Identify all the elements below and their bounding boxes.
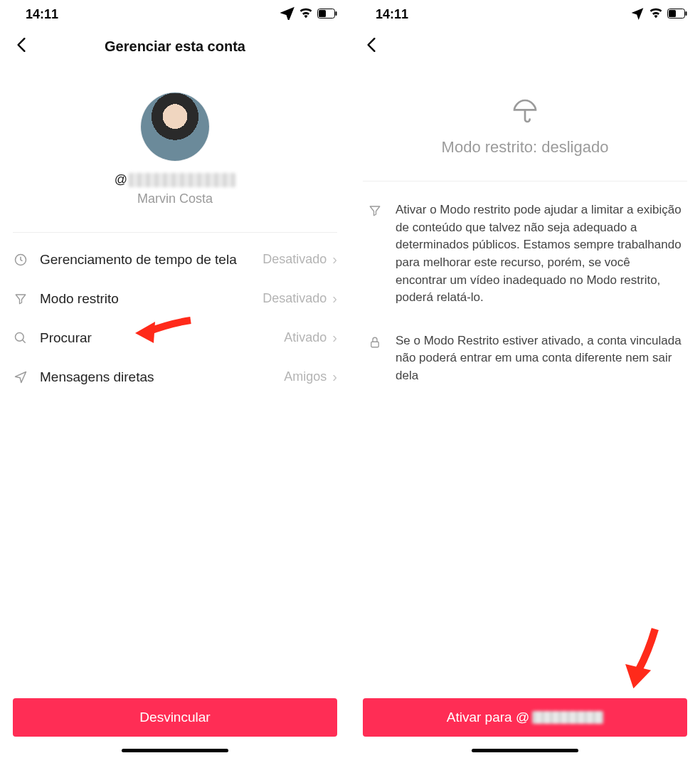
row-value: Desativado <box>262 252 327 267</box>
handle-prefix: @ <box>115 172 127 187</box>
row-restricted-mode[interactable]: Modo restrito Desativado › <box>0 279 350 318</box>
row-search[interactable]: Procurar Ativado › <box>0 318 350 357</box>
row-label: Gerenciamento de tempo de tela <box>40 252 262 268</box>
home-indicator[interactable] <box>472 749 578 752</box>
umbrella-icon <box>511 97 539 138</box>
display-name: Marvin Costa <box>137 191 213 206</box>
home-indicator[interactable] <box>122 749 228 752</box>
nav-bar: Gerenciar esta conta <box>0 28 350 64</box>
row-label: Procurar <box>40 330 284 346</box>
filter-icon <box>367 204 383 307</box>
battery-icon <box>317 7 337 22</box>
svg-line-5 <box>23 339 26 342</box>
info-text: Se o Modo Restrito estiver ativado, a co… <box>396 332 683 385</box>
status-bar: 14:11 <box>350 0 700 28</box>
activate-button[interactable]: Ativar para @ <box>363 698 687 737</box>
status-time: 14:11 <box>26 7 58 22</box>
info-row-lock: Se o Modo Restrito estiver ativado, a co… <box>350 320 700 398</box>
redacted-handle <box>129 173 235 187</box>
row-value: Desativado <box>262 291 327 306</box>
hero-section: Modo restrito: desligado <box>350 64 700 174</box>
filter-icon <box>13 291 28 307</box>
button-label: Ativar para @ <box>447 710 529 725</box>
svg-rect-2 <box>336 11 337 16</box>
button-label: Desvincular <box>139 710 210 725</box>
page-title: Gerenciar esta conta <box>0 38 350 55</box>
chevron-right-icon: › <box>332 290 337 307</box>
airplane-icon <box>630 6 645 23</box>
row-direct-messages[interactable]: Mensagens diretas Amigos › <box>0 357 350 396</box>
redacted-handle <box>532 711 603 724</box>
screen-restricted-mode: 14:11 Modo restrito: desligado Ativar <box>350 0 700 758</box>
search-icon <box>13 330 28 346</box>
send-icon <box>13 369 28 385</box>
status-bar: 14:11 <box>0 0 350 28</box>
battery-icon <box>667 7 687 22</box>
chevron-right-icon: › <box>332 330 337 346</box>
wifi-icon <box>299 7 313 22</box>
svg-rect-10 <box>371 342 379 347</box>
row-value: Amigos <box>284 369 327 384</box>
divider <box>13 232 337 233</box>
nav-bar <box>350 28 700 64</box>
svg-rect-8 <box>669 10 676 17</box>
wifi-icon <box>649 7 663 22</box>
chevron-right-icon: › <box>332 369 337 385</box>
lock-icon <box>367 335 383 385</box>
status-icons <box>280 6 337 23</box>
status-icons <box>630 6 687 23</box>
airplane-icon <box>280 6 295 23</box>
svg-rect-1 <box>319 10 326 17</box>
info-row-description: Ativar o Modo restrito pode ajudar a lim… <box>350 189 700 320</box>
hero-title: Modo restrito: desligado <box>442 138 609 157</box>
divider <box>363 181 687 181</box>
svg-point-4 <box>16 332 24 341</box>
profile-section: @ Marvin Costa <box>0 64 350 225</box>
row-screen-time[interactable]: Gerenciamento de tempo de tela Desativad… <box>0 240 350 279</box>
row-value: Ativado <box>284 330 327 345</box>
avatar[interactable] <box>141 93 209 161</box>
clock-icon <box>13 252 28 268</box>
row-label: Mensagens diretas <box>40 369 284 385</box>
info-text: Ativar o Modo restrito pode ajudar a lim… <box>396 201 683 307</box>
chevron-right-icon: › <box>332 251 337 268</box>
back-button[interactable] <box>11 36 31 58</box>
status-time: 14:11 <box>376 7 408 22</box>
row-label: Modo restrito <box>40 291 262 307</box>
unlink-button[interactable]: Desvincular <box>13 698 337 737</box>
handle-row: @ <box>115 172 235 187</box>
svg-rect-9 <box>686 11 687 16</box>
back-button[interactable] <box>361 36 381 58</box>
screen-manage-account: 14:11 Gerenciar esta conta @ Marvin Cost… <box>0 0 350 758</box>
